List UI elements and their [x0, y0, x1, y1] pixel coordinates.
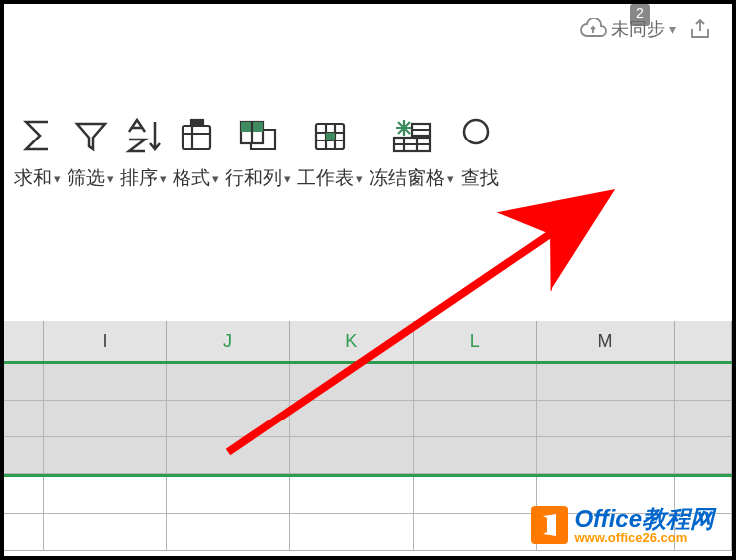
table-row[interactable] — [4, 401, 732, 437]
svg-point-8 — [464, 120, 488, 143]
office-logo-icon — [531, 506, 568, 544]
sort-button[interactable]: 排序▾ — [120, 114, 167, 191]
chevron-down-icon: ▾ — [160, 171, 167, 186]
column-headers-row: I J K L M — [4, 321, 732, 361]
table-row[interactable] — [4, 364, 732, 401]
col-header-partial[interactable] — [675, 321, 732, 361]
watermark-title: Office教程网 — [574, 507, 714, 531]
col-header-L[interactable]: L — [414, 321, 538, 361]
col-header-partial[interactable] — [4, 321, 44, 361]
worksheet-button[interactable]: 工作表▾ — [297, 114, 363, 191]
chevron-down-icon: ▾ — [356, 171, 363, 186]
watermark: Office教程网 www.office26.com — [531, 506, 714, 544]
sum-button[interactable]: 求和▾ — [14, 114, 61, 191]
col-header-J[interactable]: J — [167, 321, 290, 361]
watermark-url: www.office26.com — [574, 531, 714, 544]
worksheet-icon — [310, 114, 350, 157]
search-icon — [460, 114, 500, 157]
sync-status[interactable]: 未同步 ▾ — [579, 17, 676, 41]
row-col-icon — [237, 114, 279, 157]
cloud-icon — [579, 18, 607, 40]
svg-rect-1 — [191, 120, 203, 125]
freeze-panes-button[interactable]: 冻结窗格▾ — [369, 114, 454, 191]
sum-icon — [18, 114, 58, 157]
filter-icon — [71, 114, 111, 157]
col-header-M[interactable]: M — [537, 321, 674, 361]
sync-label: 未同步 — [611, 17, 665, 41]
freeze-icon — [390, 114, 434, 157]
svg-rect-0 — [183, 126, 210, 149]
svg-rect-5 — [326, 133, 335, 140]
chevron-down-icon: ▾ — [212, 171, 219, 186]
chevron-down-icon: ▾ — [447, 171, 454, 186]
format-button[interactable]: 格式▾ — [173, 114, 219, 191]
chevron-down-icon: ▾ — [54, 171, 61, 186]
col-header-K[interactable]: K — [290, 321, 414, 361]
row-col-button[interactable]: 行和列▾ — [225, 114, 291, 191]
find-button[interactable]: 查找 — [460, 114, 500, 191]
chevron-down-icon: ▾ — [669, 21, 676, 37]
table-row[interactable] — [4, 437, 732, 474]
ribbon-toolbar: 求和▾ 筛选▾ 排序▾ 格式▾ — [4, 114, 732, 191]
format-icon — [177, 114, 216, 157]
col-header-I[interactable]: I — [44, 321, 168, 361]
sort-icon — [123, 114, 165, 157]
share-icon[interactable] — [688, 17, 712, 41]
chevron-down-icon: ▾ — [107, 171, 114, 186]
filter-button[interactable]: 筛选▾ — [67, 114, 114, 191]
title-bar: 未同步 ▾ — [4, 4, 732, 54]
chevron-down-icon: ▾ — [284, 171, 291, 186]
